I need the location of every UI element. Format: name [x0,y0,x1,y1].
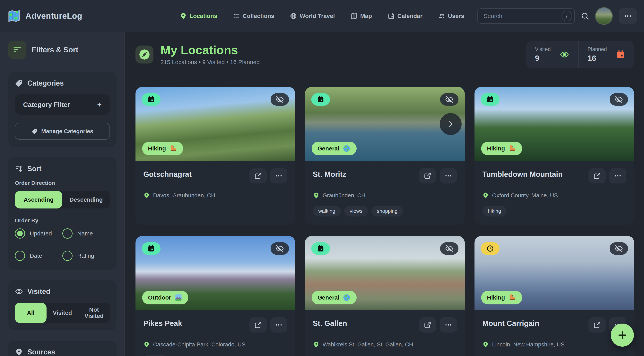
location-card[interactable]: Hiking Tumbledown Mountain [474,87,634,225]
navbar-more-button[interactable] [618,8,637,24]
visited-all-option[interactable]: All [15,303,46,323]
ellipsis-icon [614,172,622,180]
external-link-icon [254,321,262,329]
category-label: Hiking [148,145,166,152]
sort-icon [15,165,23,173]
visited-not-visited-option[interactable]: Not Visited [78,303,110,323]
external-link-icon [424,321,432,329]
location-title: Mount Carrigain [482,317,539,328]
location-photo: Outdoor [136,236,295,310]
manage-categories-button[interactable]: Manage Categories [15,123,110,140]
calendar-icon [317,245,324,252]
open-location-button[interactable] [419,317,436,333]
filter-icon [12,45,22,55]
card-title-row: St. Moritz [313,168,457,183]
open-location-button[interactable] [250,317,267,333]
order-by-options: Updated Name Date Rating [15,228,110,262]
nav-item-calendar[interactable]: Calendar [388,12,422,19]
direction-descending-option[interactable]: Descending [62,191,110,209]
card-title-row: Gotschnagrat [143,168,288,183]
visited-visited-option[interactable]: Visited [46,303,78,323]
category-filter-label: Category Filter [23,101,70,108]
location-card[interactable]: General St. Moritz [305,87,465,225]
user-avatar[interactable] [595,7,613,25]
card-more-button[interactable] [440,168,457,183]
map-icon [350,12,358,19]
plus-icon [617,330,628,341]
map-pin-icon [15,348,23,356]
card-body: Gotschnagrat [136,161,295,225]
calendar-icon [486,95,494,103]
open-location-button[interactable] [419,168,436,183]
nav-item-world-travel[interactable]: World Travel [290,12,335,19]
search-input[interactable] [478,8,575,24]
open-location-button[interactable] [588,317,606,333]
categories-label: Categories [27,79,64,87]
card-more-button[interactable] [609,168,626,183]
add-location-button[interactable] [611,324,634,347]
category-badge: Hiking [481,291,522,305]
card-more-button[interactable] [440,317,457,333]
location-title: St. Moritz [313,168,346,179]
location-row: Oxford County, Maine, US [482,192,626,199]
order-direction-toggle: Ascending Descending [15,191,110,209]
nav-item-collections[interactable]: Collections [233,12,274,19]
card-actions [250,168,288,183]
location-card[interactable]: General St. Gallen [305,236,465,356]
radio-label: Updated [30,230,52,237]
nav-label: Calendar [398,13,422,19]
nav-item-map[interactable]: Map [350,12,372,19]
location-row: Cascade-Chipita Park, Colorado, US [143,341,288,348]
nav-item-users[interactable]: Users [438,12,464,19]
direction-ascending-option[interactable]: Ascending [15,191,62,209]
planned-stat[interactable]: Planned 16 [578,41,634,68]
manage-categories-label: Manage Categories [41,128,93,135]
tag-chip: hiking [482,206,506,217]
location-region: Davos, Graubünden, CH [153,192,215,199]
order-by-date-radio[interactable]: Date [15,251,62,261]
visited-stat[interactable]: Visited 9 [526,41,578,68]
brand[interactable]: AdventureLog [7,9,82,23]
map-pin-icon [143,192,150,199]
category-badge: Outdoor [142,291,188,305]
visibility-hidden-badge [610,93,628,106]
eye-icon [15,287,23,296]
external-link-icon [593,321,601,329]
location-photo: Hiking [136,87,295,161]
visibility-hidden-badge [440,242,458,255]
card-body: St. Moritz [305,161,465,225]
location-card[interactable]: Hiking Mount Carrigain [474,236,634,356]
search-icon[interactable] [581,12,589,20]
card-more-button[interactable] [270,168,288,183]
main-content: My Locations 215 Locations • 9 Visited •… [125,32,644,356]
order-by-rating-radio[interactable]: Rating [62,251,110,261]
earth-globe-emoji-icon [342,294,351,302]
stats-panel: Visited 9 Planned 16 [526,41,634,68]
eye-off-icon [615,95,623,104]
visibility-hidden-badge [270,242,289,255]
open-location-button[interactable] [588,168,606,183]
location-card[interactable]: Outdoor Pikes Peak [136,236,295,356]
location-region: Lincoln, New Hampshire, US [492,341,564,348]
page-header: My Locations 215 Locations • 9 Visited •… [136,41,634,68]
compass-tile [136,45,154,63]
external-link-icon [424,172,432,180]
nav-item-locations[interactable]: Locations [180,12,218,19]
visited-heading: Visited [15,287,110,296]
next-photo-button[interactable] [440,113,462,135]
tag-icon [15,79,23,87]
map-pin-icon [482,192,489,199]
card-title-row: Mount Carrigain [482,317,626,333]
card-more-button[interactable] [270,317,288,333]
status-badge [142,242,160,255]
location-region: Cascade-Chipita Park, Colorado, US [153,341,245,348]
order-by-name-radio[interactable]: Name [62,228,110,239]
category-filter-collapse[interactable]: Category Filter + [15,94,110,115]
status-badge [311,93,330,106]
location-card[interactable]: Hiking Gotschnagrat [136,87,295,225]
open-location-button[interactable] [250,168,267,183]
nav-label: Locations [190,13,218,19]
order-by-updated-radio[interactable]: Updated [15,228,62,239]
status-badge [481,93,500,106]
app-title: AdventureLog [26,11,82,21]
